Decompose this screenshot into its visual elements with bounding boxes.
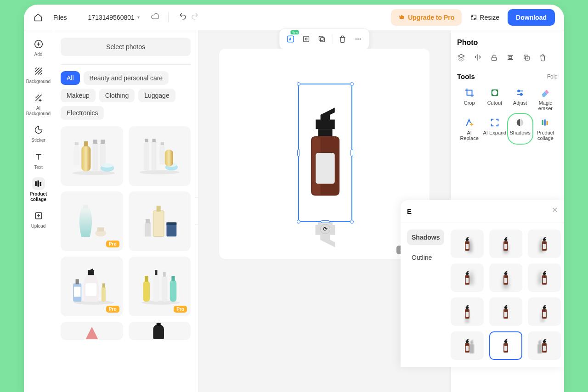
resize-handle[interactable] — [350, 82, 354, 86]
flip-icon[interactable] — [474, 53, 482, 62]
files-menu[interactable]: Files — [53, 14, 67, 21]
rail-background[interactable]: Background — [26, 64, 51, 85]
upgrade-button[interactable]: Upgrade to Pro — [391, 9, 462, 26]
shadow-preset[interactable] — [489, 230, 522, 258]
more-button[interactable] — [351, 32, 366, 46]
fold-button[interactable]: Fold — [547, 73, 558, 80]
layers-icon[interactable] — [457, 53, 465, 62]
svg-rect-57 — [304, 36, 309, 42]
rail-upload[interactable]: Upload — [26, 208, 51, 230]
chip-electronics[interactable]: Electronics — [61, 106, 104, 120]
tools-heading: Tools — [457, 73, 475, 80]
rail-product-collage[interactable]: Product collage — [26, 176, 51, 203]
cloud-sync-icon[interactable] — [151, 12, 160, 22]
pro-badge: Pro — [174, 306, 187, 313]
chip-luggage[interactable]: Luggage — [138, 89, 175, 102]
selection-box[interactable]: ⟳ — [298, 84, 352, 222]
shadow-preset[interactable] — [528, 230, 561, 258]
svg-rect-48 — [153, 274, 159, 302]
svg-rect-73 — [544, 120, 546, 126]
svg-rect-40 — [75, 279, 79, 284]
shadow-preset[interactable] — [451, 331, 484, 360]
resize-handle[interactable] — [351, 149, 353, 157]
duplicate-button[interactable] — [315, 32, 329, 46]
tab-outline[interactable]: Outline — [407, 250, 444, 265]
svg-rect-32 — [153, 211, 164, 236]
trash-icon[interactable] — [539, 54, 547, 62]
product-card[interactable] — [129, 126, 191, 186]
canvas[interactable]: ⟳ ◉ insMin — [219, 49, 430, 259]
product-collage-icon — [32, 177, 45, 190]
shadow-preset[interactable] — [528, 297, 561, 326]
chip-makeup[interactable]: Makeup — [61, 89, 96, 102]
undo-button[interactable] — [177, 12, 189, 22]
copy-icon[interactable] — [523, 54, 531, 62]
rail-text-label: Text — [34, 165, 42, 170]
svg-rect-52 — [170, 280, 177, 302]
product-card[interactable] — [129, 191, 191, 251]
tab-shadows[interactable]: Shadows — [407, 230, 444, 245]
close-icon[interactable]: ✕ — [552, 206, 558, 214]
collapse-panel-button[interactable]: ‹ — [195, 197, 198, 225]
document-name[interactable]: 1713149560801 ▾ — [88, 14, 140, 21]
svg-rect-27 — [83, 205, 88, 208]
rail-background-label: Background — [26, 79, 51, 84]
tool-label: Adjust — [513, 100, 527, 106]
product-card[interactable] — [129, 322, 191, 340]
upload-icon — [32, 209, 45, 222]
tool-shadows[interactable]: Shadows — [508, 115, 532, 143]
tool-magic-eraser[interactable]: Magic eraser — [533, 85, 558, 113]
chip-clothing[interactable]: Clothing — [99, 89, 135, 102]
product-card[interactable] — [61, 322, 123, 340]
tool-cutout[interactable]: Cutout — [482, 85, 507, 113]
shadow-preset[interactable] — [528, 263, 561, 292]
svg-rect-20 — [145, 139, 148, 142]
rail-sticker[interactable]: Sticker — [26, 123, 51, 144]
product-card[interactable]: Pro — [129, 257, 191, 316]
tool-ai-expand[interactable]: AI Expand — [482, 115, 507, 143]
shadow-preset[interactable] — [451, 297, 484, 326]
tool-product-collage[interactable]: Product collage — [533, 115, 558, 143]
focus-button[interactable] — [299, 32, 314, 46]
svg-rect-34 — [157, 206, 161, 212]
chevron-down-icon: ▾ — [137, 15, 140, 20]
download-button[interactable]: Download — [508, 9, 555, 26]
chip-beauty[interactable]: Beauty and personal care — [84, 71, 169, 85]
svg-rect-15 — [37, 180, 39, 186]
ai-tool-button[interactable]: New — [283, 32, 298, 46]
product-card[interactable] — [61, 126, 123, 186]
product-image[interactable] — [299, 84, 351, 221]
delete-button[interactable] — [335, 32, 350, 46]
rail-ai-background-label: AI Background — [26, 106, 51, 116]
product-card[interactable]: Pro — [61, 191, 123, 251]
shadow-preset[interactable] — [451, 230, 484, 258]
text-icon — [32, 151, 45, 163]
tool-ai-replace[interactable]: AI Replace — [457, 115, 481, 143]
tool-label: AI Replace — [457, 130, 481, 141]
chip-all[interactable]: All — [61, 71, 80, 85]
svg-rect-51 — [163, 272, 165, 277]
shadow-preset[interactable] — [489, 297, 522, 326]
tool-label: Crop — [464, 100, 475, 106]
shadow-preset[interactable] — [489, 263, 522, 292]
shadow-preset-selected[interactable] — [489, 331, 522, 360]
upgrade-label: Upgrade to Pro — [408, 14, 454, 21]
svg-rect-50 — [162, 276, 168, 302]
svg-rect-47 — [145, 276, 148, 282]
align-icon[interactable] — [506, 53, 514, 62]
product-card[interactable]: Pro — [61, 257, 123, 316]
rail-text[interactable]: Text — [26, 150, 51, 171]
tool-adjust[interactable]: Adjust — [508, 85, 532, 113]
select-photos-button[interactable]: Select photos — [61, 38, 191, 56]
shadow-preset[interactable] — [451, 263, 484, 292]
resize-button[interactable]: Resize — [470, 14, 499, 21]
divider — [61, 64, 191, 65]
lock-icon[interactable] — [490, 54, 498, 62]
resize-handle[interactable] — [297, 82, 300, 86]
home-icon[interactable] — [33, 12, 43, 22]
tool-crop[interactable]: Crop — [457, 85, 481, 113]
shadow-preset[interactable] — [528, 331, 561, 360]
rail-add[interactable]: Add — [26, 37, 51, 58]
resize-handle[interactable] — [297, 149, 300, 157]
rail-ai-background[interactable]: AI Background — [26, 90, 51, 117]
